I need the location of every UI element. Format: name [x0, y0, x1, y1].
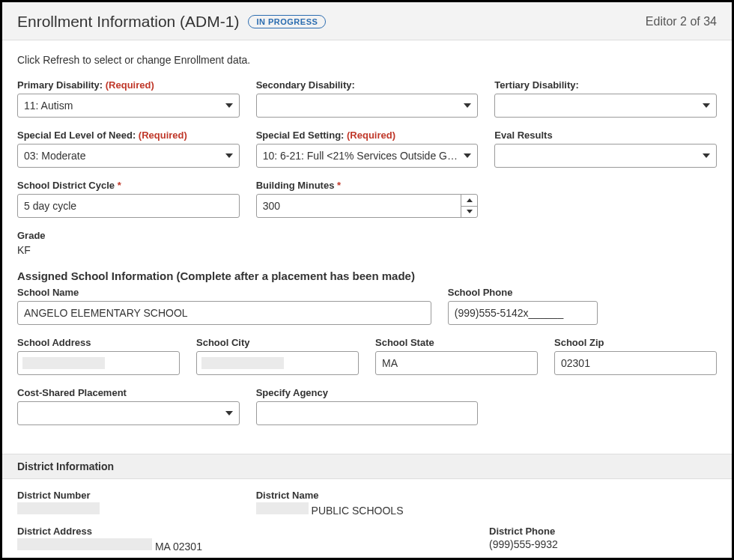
district-cycle-input[interactable]: 5 day cycle [17, 194, 240, 218]
label-text: Building Minutes [256, 180, 335, 191]
asterisk-icon: * [337, 180, 341, 191]
input-value: 02301 [561, 357, 590, 369]
editor-count: Editor 2 of 34 [646, 15, 717, 28]
sped-level-label: Special Ed Level of Need: (Required) [17, 130, 240, 141]
primary-disability-select[interactable]: 11: Autism [17, 94, 240, 118]
tertiary-disability-select[interactable] [494, 94, 717, 118]
cost-shared-select[interactable] [17, 401, 240, 425]
sped-setting-select[interactable]: 10: 6-21: Full <21% Services Outside G… [256, 144, 479, 168]
field-school-state: School State MA [375, 337, 538, 375]
input-value: ANGELO ELEMENTARY SCHOOL [24, 307, 188, 319]
school-name-input[interactable]: ANGELO ELEMENTARY SCHOOL [17, 301, 431, 325]
school-zip-label: School Zip [554, 337, 717, 348]
redacted-value [17, 538, 152, 550]
field-cost-shared: Cost-Shared Placement [17, 387, 240, 425]
status-badge: IN PROGRESS [248, 15, 326, 28]
district-name-value: PUBLIC SCHOOLS [256, 502, 479, 517]
chevron-down-icon [464, 103, 471, 108]
stepper-up-button[interactable] [461, 195, 477, 206]
field-grade: Grade KF [17, 230, 717, 256]
school-address-label: School Address [17, 337, 180, 348]
school-address-input[interactable] [17, 351, 180, 375]
form-grid-top: Primary Disability: (Required) 11: Autis… [17, 79, 717, 218]
eval-results-select[interactable] [494, 144, 717, 168]
required-marker: (Required) [347, 130, 395, 141]
chevron-down-icon [225, 103, 233, 108]
chevron-down-icon [703, 103, 710, 108]
instruction-text: Click Refresh to select or change Enroll… [17, 54, 717, 66]
field-primary-disability: Primary Disability: (Required) 11: Autis… [17, 79, 240, 118]
district-phone-value: (999)555-9932 [489, 538, 717, 550]
school-state-label: School State [375, 337, 538, 348]
district-number-block: District Number [17, 490, 240, 517]
district-phone-label: District Phone [489, 526, 717, 537]
field-sped-setting: Special Ed Setting: (Required) 10: 6-21:… [256, 130, 479, 168]
district-heading: District Information [2, 454, 732, 479]
header-left: Enrollment Information (ADM-1) IN PROGRE… [17, 13, 326, 31]
input-value: MA [382, 357, 398, 369]
page-title: Enrollment Information (ADM-1) [17, 13, 239, 31]
cost-shared-label: Cost-Shared Placement [17, 387, 240, 398]
district-address-label: District Address [17, 526, 473, 537]
district-name-block: District Name PUBLIC SCHOOLS [256, 490, 479, 517]
label-text: Special Ed Level of Need: [17, 130, 136, 141]
school-name-label: School Name [17, 287, 431, 298]
specify-agency-input[interactable] [256, 401, 479, 425]
district-address-block: District Address MA 02301 [17, 526, 473, 553]
redacted-value [256, 502, 309, 514]
tertiary-disability-label: Tertiary Disability: [494, 79, 717, 91]
input-value: (999)555-5142x______ [455, 307, 564, 319]
field-school-phone: School Phone (999)555-5142x______ [448, 287, 673, 325]
field-empty [494, 387, 717, 425]
field-school-zip: School Zip 02301 [554, 337, 717, 375]
secondary-disability-select[interactable] [256, 94, 479, 118]
stepper-arrows [461, 195, 477, 217]
eval-results-label: Eval Results [494, 130, 717, 141]
district-cycle-label: School District Cycle * [17, 180, 240, 191]
field-sped-level: Special Ed Level of Need: (Required) 03:… [17, 130, 240, 168]
required-marker: (Required) [139, 130, 187, 141]
assigned-school-heading: Assigned School Information (Complete af… [17, 270, 717, 282]
chevron-down-icon [225, 153, 233, 158]
district-empty [494, 490, 717, 517]
field-specify-agency: Specify Agency [256, 387, 479, 425]
sped-level-select[interactable]: 03: Moderate [17, 144, 240, 168]
field-tertiary-disability: Tertiary Disability: [494, 79, 717, 118]
field-district-cycle: School District Cycle * 5 day cycle [17, 180, 240, 218]
field-school-city: School City [196, 337, 359, 375]
school-row-3: Cost-Shared Placement Specify Agency [17, 387, 717, 425]
grade-value: KF [17, 244, 717, 256]
school-zip-input[interactable]: 02301 [554, 351, 717, 375]
form-content: Click Refresh to select or change Enroll… [2, 40, 732, 433]
stepper-down-button[interactable] [461, 206, 477, 218]
district-name-text: PUBLIC SCHOOLS [312, 505, 404, 517]
district-name-label: District Name [256, 490, 479, 501]
required-marker: (Required) [106, 79, 154, 91]
redacted-value [17, 502, 100, 514]
district-address-value: MA 02301 [17, 538, 473, 553]
building-minutes-stepper[interactable]: 300 [256, 194, 479, 218]
school-city-label: School City [196, 337, 359, 348]
district-phone-block: District Phone (999)555-9932 [489, 526, 717, 553]
chevron-down-icon [703, 153, 710, 158]
input-value: 5 day cycle [24, 200, 76, 212]
school-phone-label: School Phone [448, 287, 673, 298]
select-value: 11: Autism [24, 100, 73, 112]
field-secondary-disability: Secondary Disability: [256, 79, 479, 118]
district-number-value [17, 502, 240, 517]
school-state-input[interactable]: MA [375, 351, 538, 375]
building-minutes-label: Building Minutes * [256, 180, 479, 191]
header-bar: Enrollment Information (ADM-1) IN PROGRE… [2, 2, 732, 40]
label-text: School District Cycle [17, 180, 115, 191]
school-city-input[interactable] [196, 351, 359, 375]
school-phone-input[interactable]: (999)555-5142x______ [448, 301, 598, 325]
field-empty [494, 180, 717, 218]
chevron-down-icon [464, 153, 471, 158]
field-building-minutes: Building Minutes * 300 [256, 180, 479, 218]
stepper-value: 300 [263, 200, 280, 212]
district-row-2: District Address MA 02301 District Phone… [2, 521, 732, 560]
field-school-name: School Name ANGELO ELEMENTARY SCHOOL [17, 287, 431, 325]
label-text: Special Ed Setting: [256, 130, 345, 141]
field-eval-results: Eval Results [494, 130, 717, 168]
district-number-label: District Number [17, 490, 240, 501]
